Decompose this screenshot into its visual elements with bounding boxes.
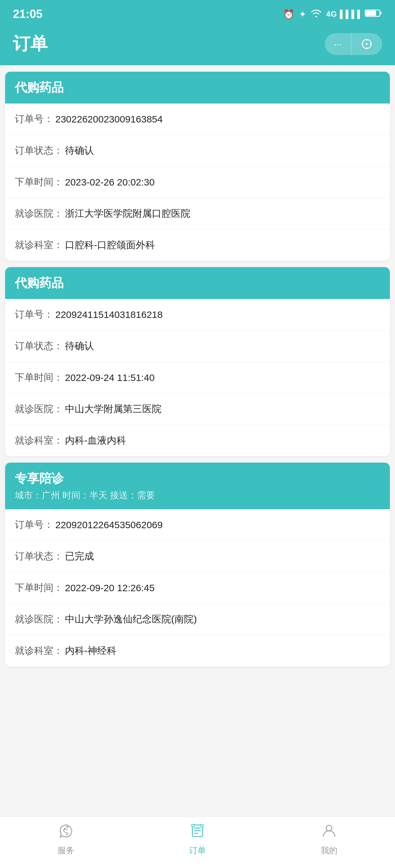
svg-point-16 — [326, 825, 332, 831]
order-card-2: 代购药品 订单号： 22092411514031816218 订单状态： 待确认… — [5, 267, 390, 456]
order-number-value-2: 22092411514031816218 — [55, 309, 163, 320]
order-card-1: 代购药品 订单号： 23022620023009163854 订单状态： 待确认… — [5, 72, 390, 261]
order-card-3: 专享陪诊 城市：广州 时间：半天 接送：需要 订单号： 220920122645… — [5, 463, 390, 666]
order-dept-label-2: 就诊科室： — [15, 434, 63, 447]
order-time-label-2: 下单时间： — [15, 371, 63, 384]
order-status-label-3: 订单状态： — [15, 550, 63, 563]
service-icon — [58, 823, 74, 842]
order-status-row-2: 订单状态： 待确认 — [5, 331, 390, 362]
order-time-row-1: 下单时间： 2023-02-26 20:02:30 — [5, 166, 390, 198]
alarm-icon: ⏰ — [283, 9, 294, 20]
order-status-value-3: 已完成 — [65, 550, 94, 563]
card-header-3: 专享陪诊 城市：广州 时间：半天 接送：需要 — [5, 463, 390, 509]
more-button[interactable]: ··· — [325, 34, 351, 54]
mine-icon — [321, 823, 337, 842]
order-time-row-3: 下单时间： 2022-09-20 12:26:45 — [5, 572, 390, 604]
page-title: 订单 — [13, 32, 48, 56]
order-dept-label-3: 就诊科室： — [15, 644, 63, 657]
order-status-label-1: 订单状态： — [15, 144, 63, 157]
status-time: 21:05 — [13, 7, 42, 21]
header: 订单 ··· — [0, 26, 395, 65]
signal-icon: 4G▐▐▐▐ — [326, 10, 360, 19]
order-number-value-1: 23022620023009163854 — [55, 114, 163, 125]
wifi-icon — [311, 9, 322, 20]
order-dept-value-3: 内科-神经科 — [65, 644, 116, 657]
order-time-value-2: 2022-09-24 11:51:40 — [65, 372, 155, 383]
order-status-row-1: 订单状态： 待确认 — [5, 135, 390, 166]
nav-mine-label: 我的 — [321, 845, 337, 856]
order-number-label-2: 订单号： — [15, 308, 53, 321]
status-bar: 21:05 ⏰ ✦ 4G▐▐▐▐ — [0, 0, 395, 26]
order-number-row-3: 订单号： 22092012264535062069 — [5, 509, 390, 541]
order-number-row-2: 订单号： 22092411514031816218 — [5, 299, 390, 331]
scan-button[interactable] — [351, 33, 382, 55]
order-hospital-value-3: 中山大学孙逸仙纪念医院(南院) — [65, 613, 197, 626]
order-number-label-3: 订单号： — [15, 518, 53, 531]
nav-item-order[interactable]: 订单 — [131, 823, 263, 856]
svg-rect-2 — [366, 10, 376, 16]
header-actions: ··· — [325, 33, 382, 55]
order-hospital-label-3: 就诊医院： — [15, 613, 63, 626]
order-dept-row-2: 就诊科室： 内科-血液内科 — [5, 425, 390, 456]
order-time-label-1: 下单时间： — [15, 176, 63, 189]
card-header-1: 代购药品 — [5, 72, 390, 103]
card-type-1: 代购药品 — [15, 80, 380, 96]
svg-rect-1 — [380, 12, 382, 14]
order-hospital-value-2: 中山大学附属第三医院 — [65, 403, 161, 416]
order-hospital-value-1: 浙江大学医学院附属口腔医院 — [65, 207, 190, 220]
nav-order-label: 订单 — [189, 845, 206, 856]
order-dept-row-1: 就诊科室： 口腔科-口腔颌面外科 — [5, 229, 390, 261]
nav-item-service[interactable]: 服务 — [0, 823, 131, 856]
order-time-label-3: 下单时间： — [15, 581, 63, 594]
order-time-value-1: 2023-02-26 20:02:30 — [65, 177, 155, 188]
order-dept-row-3: 就诊科室： 内科-神经科 — [5, 635, 390, 666]
nav-item-mine[interactable]: 我的 — [264, 823, 395, 856]
order-hospital-row-1: 就诊医院： 浙江大学医学院附属口腔医院 — [5, 198, 390, 229]
card-sub-3: 城市：广州 时间：半天 接送：需要 — [15, 489, 380, 501]
battery-icon — [365, 9, 382, 20]
order-hospital-label-2: 就诊医院： — [15, 403, 63, 416]
order-number-label-1: 订单号： — [15, 113, 53, 126]
order-hospital-label-1: 就诊医院： — [15, 207, 63, 220]
order-status-row-3: 订单状态： 已完成 — [5, 541, 390, 572]
order-dept-value-1: 口腔科-口腔颌面外科 — [65, 239, 155, 252]
nav-service-label: 服务 — [58, 845, 74, 856]
bottom-nav: 服务 订单 我的 — [0, 816, 395, 868]
bluetooth-icon: ✦ — [299, 9, 306, 20]
card-type-2: 代购药品 — [15, 275, 380, 291]
order-number-row-1: 订单号： 23022620023009163854 — [5, 103, 390, 135]
order-icon — [189, 823, 206, 842]
card-header-2: 代购药品 — [5, 267, 390, 299]
svg-rect-14 — [192, 824, 194, 827]
status-icons: ⏰ ✦ 4G▐▐▐▐ — [283, 9, 382, 20]
order-dept-label-1: 就诊科室： — [15, 239, 63, 252]
order-status-value-1: 待确认 — [65, 144, 94, 157]
order-hospital-row-2: 就诊医院： 中山大学附属第三医院 — [5, 394, 390, 425]
order-time-row-2: 下单时间： 2022-09-24 11:51:40 — [5, 362, 390, 394]
order-status-value-2: 待确认 — [65, 340, 94, 353]
order-status-label-2: 订单状态： — [15, 340, 63, 353]
orders-list: 代购药品 订单号： 23022620023009163854 订单状态： 待确认… — [0, 65, 395, 731]
order-hospital-row-3: 就诊医院： 中山大学孙逸仙纪念医院(南院) — [5, 604, 390, 635]
svg-point-4 — [366, 43, 368, 45]
card-type-3: 专享陪诊 — [15, 470, 380, 487]
order-dept-value-2: 内科-血液内科 — [65, 434, 126, 447]
order-time-value-3: 2022-09-20 12:26:45 — [65, 583, 155, 593]
order-number-value-3: 22092012264535062069 — [55, 520, 163, 530]
svg-rect-15 — [201, 824, 203, 827]
